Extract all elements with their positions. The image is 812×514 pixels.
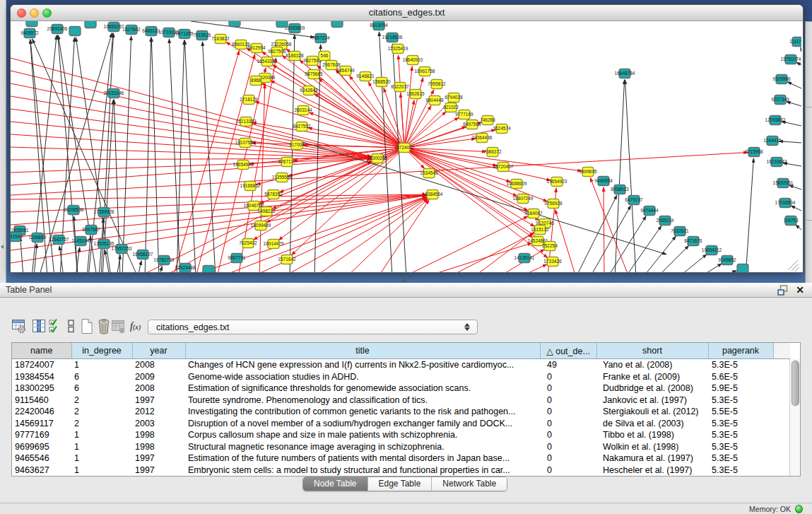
- table-cell[interactable]: 22420046: [12, 406, 71, 418]
- scrollbar-thumb[interactable]: [792, 361, 799, 406]
- table-cell[interactable]: 6: [71, 371, 132, 383]
- citation-edge-black[interactable]: [625, 226, 661, 272]
- column-header-short[interactable]: short: [596, 343, 708, 359]
- table-cell[interactable]: 5.6E-5: [708, 371, 773, 383]
- table-cell[interactable]: 9699695: [12, 441, 71, 453]
- table-cell[interactable]: Structural magnetic resonance image aver…: [185, 441, 540, 453]
- table-row[interactable]: 946362711997Embryonic stem cells: a mode…: [12, 465, 790, 477]
- citation-edge-red[interactable]: [449, 233, 534, 272]
- table-cell[interactable]: 5.3E-5: [708, 359, 773, 371]
- citation-edge-red[interactable]: [11, 194, 426, 199]
- rows-icon[interactable]: [64, 318, 79, 334]
- citation-edge-red[interactable]: [404, 139, 476, 148]
- citation-edge-black[interactable]: [177, 40, 184, 272]
- table-cell[interactable]: 1: [71, 359, 132, 371]
- table-cell[interactable]: 0: [540, 371, 596, 383]
- table-cell[interactable]: Changes of HCN gene expression and I(f) …: [185, 359, 540, 371]
- table-row[interactable]: 977716911998Corpus callosum shape and si…: [12, 429, 790, 441]
- graph-node[interactable]: [203, 266, 214, 273]
- citation-edge-black[interactable]: [576, 195, 617, 272]
- window-resize-grip-icon[interactable]: [788, 260, 799, 271]
- column-header-year[interactable]: year: [132, 343, 185, 359]
- table-cell[interactable]: 0: [540, 429, 596, 441]
- citation-edge-red[interactable]: [519, 264, 547, 272]
- table-cell[interactable]: Corpus callosum shape and size in male p…: [185, 429, 540, 441]
- table-cell[interactable]: 5.5E-5: [708, 406, 773, 418]
- citation-edge-black[interactable]: [184, 40, 196, 272]
- table-row[interactable]: 1456911722003Disruption of a novel membe…: [12, 418, 790, 430]
- table-cell[interactable]: Yano et al. (2008): [596, 359, 708, 371]
- citation-edge-black[interactable]: [138, 261, 141, 272]
- table-cell[interactable]: Disruption of a novel member of a sodium…: [185, 418, 540, 430]
- citation-edge-black[interactable]: [678, 255, 707, 272]
- table-settings-icon[interactable]: [11, 318, 27, 334]
- citation-edge-red[interactable]: [11, 158, 371, 160]
- table-cell[interactable]: Nakamura et al. (1997): [596, 452, 708, 465]
- new-document-icon[interactable]: [79, 318, 95, 334]
- table-cell[interactable]: 2012: [132, 406, 185, 418]
- table-cell[interactable]: Embryonic stem cells: a model to study s…: [185, 465, 540, 477]
- table-cell[interactable]: 1997: [132, 452, 185, 465]
- citation-edge-black[interactable]: [791, 206, 801, 211]
- table-cell[interactable]: 1: [71, 452, 132, 465]
- table-selector-combobox[interactable]: citations_edges.txt: [148, 320, 478, 334]
- window-titlebar[interactable]: citations_edges.txt: [11, 5, 803, 21]
- citation-edge-black[interactable]: [801, 47, 801, 49]
- table-cell[interactable]: 5.3E-5: [708, 452, 773, 465]
- table-cell[interactable]: Hescheler et al. (1997): [596, 465, 708, 477]
- citation-edge-red[interactable]: [314, 94, 404, 148]
- citation-edge-black[interactable]: [159, 267, 162, 272]
- citation-edge-black[interactable]: [379, 32, 392, 272]
- table-cell[interactable]: 2008: [132, 359, 185, 371]
- citation-edge-black[interactable]: [779, 141, 801, 143]
- close-panel-icon[interactable]: ✕: [796, 284, 804, 297]
- citation-edge-red[interactable]: [401, 93, 404, 148]
- table-cell[interactable]: 18724007: [12, 359, 71, 371]
- citation-edge-black[interactable]: [608, 216, 646, 272]
- citation-edge-red[interactable]: [404, 148, 486, 152]
- citation-edge-black[interactable]: [700, 264, 722, 272]
- table-cell[interactable]: 0: [540, 465, 596, 477]
- citation-edge-red[interactable]: [404, 106, 431, 148]
- citation-edge-black[interactable]: [787, 102, 801, 106]
- table-row[interactable]: 911546021997Tourette syndrome. Phenomeno…: [12, 395, 790, 407]
- collapsed-panel-strip-left[interactable]: [0, 0, 6, 283]
- table-cell[interactable]: 5.3E-5: [708, 418, 773, 430]
- table-cell[interactable]: 0: [540, 418, 596, 430]
- graph-node[interactable]: [26, 21, 37, 27]
- citation-edge-red[interactable]: [404, 66, 412, 148]
- citation-edge-red[interactable]: [163, 161, 372, 272]
- citation-edge-black[interactable]: [746, 158, 753, 272]
- tab-edge-table[interactable]: Edge Table: [368, 477, 433, 491]
- table-columns-icon[interactable]: [31, 318, 47, 334]
- citation-edge-black[interactable]: [88, 33, 113, 272]
- table-cell[interactable]: 1: [71, 441, 132, 453]
- table-cell[interactable]: 2: [71, 418, 132, 430]
- table-cell[interactable]: Tourette syndrome. Phenomenology and cla…: [185, 395, 540, 407]
- table-cell[interactable]: 19384554: [12, 371, 71, 383]
- table-cell[interactable]: 1: [71, 429, 132, 441]
- citation-edge-red[interactable]: [261, 83, 404, 148]
- graph-node[interactable]: [276, 21, 288, 28]
- citation-edge-red[interactable]: [604, 187, 604, 272]
- table-cell[interactable]: 14569117: [12, 418, 71, 430]
- citation-edge-black[interactable]: [643, 236, 676, 272]
- citation-edge-black[interactable]: [101, 33, 114, 272]
- tab-node-table[interactable]: Node Table: [303, 477, 368, 491]
- table-cell[interactable]: 5.3E-5: [708, 465, 773, 477]
- column-header-out_de[interactable]: △ out_de...: [540, 343, 596, 359]
- citation-edge-black[interactable]: [290, 35, 295, 272]
- table-cell[interactable]: 0: [540, 382, 596, 395]
- table-cell[interactable]: Stergiakouli et al. (2012): [596, 406, 708, 418]
- table-cell[interactable]: 2008: [132, 382, 185, 395]
- citation-edge-black[interactable]: [657, 245, 689, 272]
- table-cell[interactable]: 9115460: [12, 395, 71, 407]
- table-row[interactable]: 1872400712008Changes of HCN gene express…: [12, 359, 790, 371]
- import-table-disabled-icon[interactable]: [110, 318, 126, 334]
- table-cell[interactable]: Genome-wide association studies in ADHD.: [185, 371, 540, 383]
- column-header-in_degree[interactable]: in_degree: [71, 343, 132, 359]
- table-row[interactable]: 1830029562008Estimation of significance …: [12, 382, 790, 395]
- table-cell[interactable]: Tibbo et al. (1998): [596, 429, 708, 441]
- table-cell[interactable]: Dudbridge et al. (2008): [596, 382, 708, 395]
- citation-edge-black[interactable]: [789, 185, 801, 189]
